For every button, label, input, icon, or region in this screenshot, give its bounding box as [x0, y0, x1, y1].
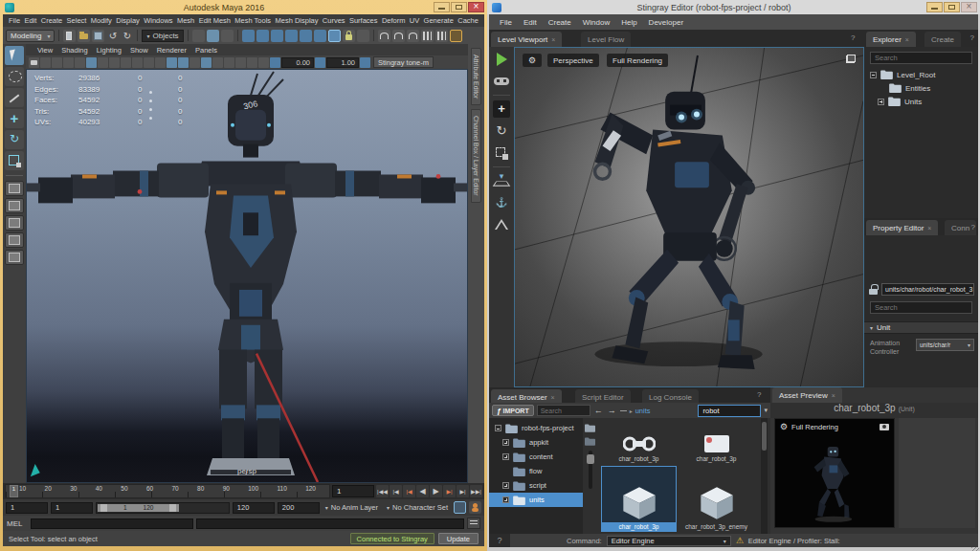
panel-menu-renderer[interactable]: Renderer	[157, 46, 187, 55]
auto-keyframe-icon[interactable]	[454, 501, 466, 514]
asset-item[interactable]: char_robot_3p	[679, 420, 754, 464]
textured-icon[interactable]	[189, 57, 200, 68]
menu-file[interactable]: File	[7, 16, 22, 25]
maya-3d-viewport[interactable]: 306	[26, 69, 468, 483]
snap-toggle-icon[interactable]	[493, 194, 510, 211]
menu-windows[interactable]: Windows	[142, 16, 174, 25]
asset-preview-viewport[interactable]: ⚙ Full Rendering	[774, 418, 895, 528]
expand-icon[interactable]	[502, 453, 509, 460]
snap-projected-icon[interactable]	[285, 30, 298, 42]
collapse-icon[interactable]	[495, 425, 501, 431]
pencil-curve-icon[interactable]	[407, 30, 419, 42]
rotate-tool-icon[interactable]	[493, 122, 510, 140]
close-icon[interactable]	[961, 2, 977, 12]
tree-item-units[interactable]: units	[489, 493, 583, 507]
make-live-icon[interactable]	[314, 30, 326, 42]
maya-robot-model[interactable]: 306	[27, 70, 467, 482]
ep-curve-icon[interactable]	[392, 30, 405, 42]
snap-to-ground-icon[interactable]	[493, 172, 510, 189]
menu-window[interactable]: Window	[578, 18, 614, 27]
screenspace-ao-icon[interactable]	[224, 57, 234, 68]
breadcrumb-collapse-icon[interactable]	[620, 410, 627, 411]
engine-dropdown[interactable]: Editor Engine▾	[607, 536, 731, 546]
image-plane-icon[interactable]	[52, 57, 62, 68]
view-transform-icon[interactable]	[360, 57, 370, 68]
tab-property-editor[interactable]: Property Editor×	[866, 220, 938, 235]
lasso-tool-icon[interactable]	[5, 67, 24, 86]
menu-create[interactable]: Create	[39, 16, 65, 25]
rotation-snap-icon[interactable]	[493, 216, 510, 233]
open-scene-icon[interactable]	[78, 30, 90, 42]
asset-item-selected[interactable]: char_robot_3p	[601, 466, 677, 532]
explorer-search-input[interactable]	[870, 52, 972, 64]
safe-title-icon[interactable]	[155, 57, 166, 68]
camera-icon[interactable]	[880, 424, 889, 430]
level-viewport[interactable]: ⚙ Perspective Full Rendering	[514, 47, 864, 387]
command-language-toggle[interactable]: MEL	[7, 519, 28, 528]
menu-deform[interactable]: Deform	[380, 16, 408, 25]
grid-toggle-icon[interactable]	[86, 57, 97, 68]
layout-four-icon[interactable]	[5, 198, 24, 213]
menu-surfaces[interactable]: Surfaces	[347, 16, 380, 25]
tab-attribute-editor[interactable]: Attribute Editor	[471, 48, 481, 105]
tree-item-project[interactable]: robot-fps-project	[489, 421, 583, 435]
expand-icon[interactable]	[502, 439, 509, 446]
layout-single-icon[interactable]	[5, 181, 24, 196]
folder-view-icon[interactable]	[585, 437, 595, 446]
lights-icon[interactable]	[201, 57, 212, 68]
snap-grid-icon[interactable]	[242, 30, 255, 42]
exposure-icon[interactable]	[270, 57, 280, 68]
anim-layer-dropdown[interactable]: ▾No Anim Layer	[323, 502, 381, 514]
animation-start-field[interactable]: 1	[6, 502, 48, 514]
selection-mask-dropdown[interactable]: ▾Objects	[142, 30, 183, 42]
move-tool-icon[interactable]	[493, 100, 510, 118]
tab-asset-preview[interactable]: Asset Preview×	[772, 387, 842, 403]
panel-menu-panels[interactable]: Panels	[195, 46, 217, 55]
menu-mesh-tools[interactable]: Mesh Tools	[233, 16, 273, 25]
menu-uv[interactable]: UV	[408, 16, 421, 25]
select-component-icon[interactable]	[221, 30, 234, 42]
wireframe-icon[interactable]	[167, 57, 177, 68]
go-to-end-icon[interactable]: ▶▶|	[470, 485, 482, 497]
play-forwards-icon[interactable]: ▶	[430, 485, 442, 497]
tree-item-units[interactable]: Units	[864, 95, 978, 108]
viewport-help-icon[interactable]: ?	[851, 33, 855, 42]
tree-item-content[interactable]: content	[489, 450, 583, 464]
folder-up-icon[interactable]	[585, 424, 595, 432]
outliner-layout-icon[interactable]	[435, 30, 448, 42]
multisample-icon[interactable]	[247, 57, 257, 68]
bookmark-icon[interactable]	[40, 57, 51, 68]
stingray-titlebar[interactable]: Stingray Editor (robot-fps-project / rob…	[487, 0, 980, 14]
menu-developer[interactable]: Developer	[644, 18, 688, 27]
filter-icon[interactable]: ▾	[764, 407, 768, 414]
timeline-ruler[interactable]: 1 1020 3040 5060 7080 90100 110120	[5, 484, 330, 498]
gamepad-icon[interactable]	[493, 73, 510, 90]
playback-end-field[interactable]: 120	[233, 502, 275, 514]
resolution-gate-icon[interactable]	[109, 57, 120, 68]
tab-explorer[interactable]: Explorer×	[866, 32, 916, 47]
playback-start-field[interactable]: 1	[51, 502, 93, 514]
explorer-help-icon[interactable]: ?	[970, 33, 974, 42]
expand-icon[interactable]	[502, 482, 509, 489]
panel-menu-show[interactable]: Show	[130, 46, 148, 55]
animation-end-field[interactable]: 200	[278, 502, 320, 514]
menu-modify[interactable]: Modify	[89, 16, 114, 25]
tab-channel-box[interactable]: Channel Box / Layer Editor	[471, 109, 481, 203]
hypershade-icon[interactable]	[450, 30, 462, 42]
menu-create[interactable]: Create	[544, 18, 576, 27]
lock-icon[interactable]	[869, 284, 878, 295]
asset-grid-scrollbar[interactable]	[761, 418, 768, 534]
expand-icon[interactable]	[878, 99, 884, 105]
collapse-icon[interactable]	[870, 72, 877, 78]
shaded-icon[interactable]	[178, 57, 189, 68]
render-mode-chip[interactable]: Full Rendering	[607, 54, 668, 67]
new-scene-icon[interactable]	[63, 30, 76, 42]
import-button[interactable]: ƒIMPORT	[492, 405, 534, 416]
gamma-field[interactable]: 1.00	[326, 57, 359, 68]
editor-layout-icon[interactable]	[421, 30, 434, 42]
tab-level-viewport[interactable]: Level Viewport×	[491, 32, 562, 47]
back-icon[interactable]: ←	[593, 406, 604, 415]
go-to-start-icon[interactable]: |◀◀	[376, 485, 389, 497]
tab-create[interactable]: Create	[924, 32, 961, 47]
grease-pencil-icon[interactable]	[75, 57, 85, 68]
